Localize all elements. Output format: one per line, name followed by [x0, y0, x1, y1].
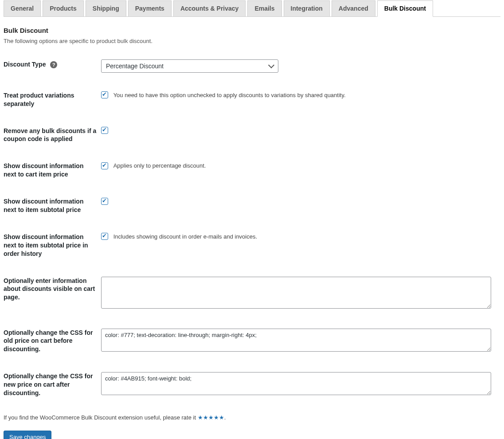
page-description: The following options are specific to pr… [4, 38, 500, 44]
tab-shipping[interactable]: Shipping [86, 0, 126, 17]
treat-variations-desc: You need to have this option unchecked t… [113, 92, 346, 98]
treat-variations-checkbox[interactable] [101, 91, 108, 98]
page-title: Bulk Discount [4, 27, 500, 34]
cart-info-label: Optionally enter information about disco… [4, 269, 101, 321]
css-new-textarea[interactable] [101, 372, 491, 395]
cart-info-textarea[interactable] [101, 277, 491, 309]
css-new-label: Optionally change the CSS for new price … [4, 364, 101, 408]
rate-prefix: If you find the WooCommerce Bulk Discoun… [4, 414, 198, 421]
show-next-subtotal-checkbox[interactable] [101, 198, 108, 205]
tab-bulk-discount[interactable]: Bulk Discount [377, 0, 433, 17]
tab-advanced[interactable]: Advanced [332, 0, 375, 17]
show-next-subtotal-history-label: Show discount information next to item s… [4, 225, 101, 269]
tab-accounts-privacy[interactable]: Accounts & Privacy [173, 0, 246, 17]
show-next-subtotal-history-desc: Includes showing discount in order e-mai… [113, 233, 257, 240]
rate-suffix: . [224, 414, 226, 421]
rate-line: If you find the WooCommerce Bulk Discoun… [4, 414, 500, 421]
help-icon[interactable]: ? [50, 61, 57, 68]
discount-type-label: Discount Type [4, 61, 46, 68]
star-icon: ★★★★★ [198, 414, 224, 421]
tab-general[interactable]: General [4, 0, 41, 17]
remove-on-coupon-label: Remove any bulk discounts if a coupon co… [4, 119, 101, 154]
show-next-cart-checkbox[interactable] [101, 162, 108, 169]
rate-link[interactable]: ★★★★★ [198, 414, 224, 421]
tab-payments[interactable]: Payments [128, 0, 172, 17]
show-next-cart-desc: Applies only to percentage discount. [113, 162, 206, 169]
css-old-label: Optionally change the CSS for old price … [4, 321, 101, 365]
treat-variations-label: Treat product variations separately [4, 83, 101, 119]
show-next-subtotal-label: Show discount information next to item s… [4, 189, 101, 225]
tab-products[interactable]: Products [43, 0, 84, 17]
show-next-subtotal-history-checkbox[interactable] [101, 233, 108, 240]
save-button[interactable]: Save changes [4, 431, 51, 439]
css-old-textarea[interactable] [101, 329, 491, 352]
show-next-cart-label: Show discount information next to cart i… [4, 154, 101, 189]
discount-type-value: Percentage Discount [102, 60, 278, 72]
settings-tabs: General Products Shipping Payments Accou… [4, 0, 500, 17]
tab-emails[interactable]: Emails [247, 0, 281, 17]
tab-integration[interactable]: Integration [284, 0, 330, 17]
remove-on-coupon-checkbox[interactable] [101, 127, 108, 134]
discount-type-select[interactable]: Percentage Discount [101, 59, 278, 73]
